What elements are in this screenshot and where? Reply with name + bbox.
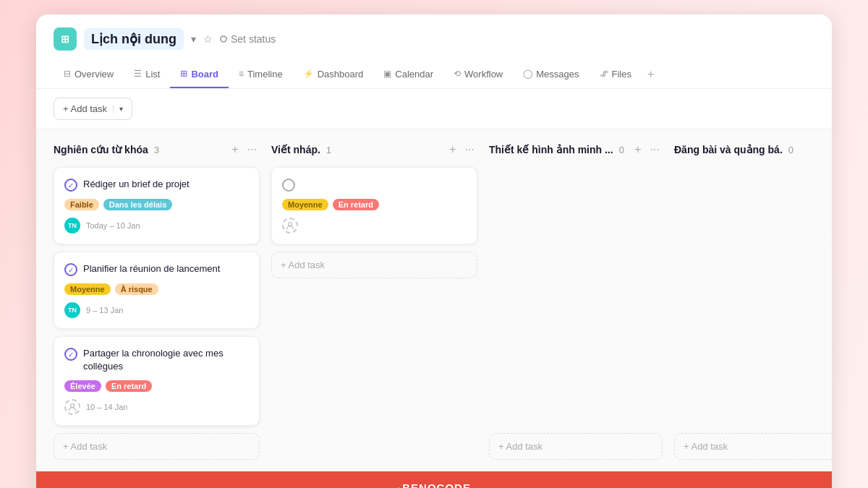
tab-workflow[interactable]: ⟲ Workflow <box>443 61 513 88</box>
tag-elevee[interactable]: Élevée <box>64 380 101 392</box>
task-header <box>282 178 467 192</box>
task-tags: Moyenne À risque <box>64 283 249 295</box>
footer-bar: ·BENOCODE <box>36 471 832 488</box>
task-title: Partager la chronologie avec mes collègu… <box>83 347 249 373</box>
tag-dans-delais[interactable]: Dans les délais <box>103 199 173 210</box>
tab-calendar[interactable]: ▣ Calendar <box>373 61 443 88</box>
column-actions: + ··· <box>229 142 260 157</box>
column-thiet-ke: Thiết kế hình ảnh minh ... 0 + ··· + Add… <box>489 141 663 460</box>
messages-icon: ◯ <box>523 69 532 79</box>
add-task-button[interactable]: + Add task ▾ <box>54 98 132 120</box>
task-header: Planifier la réunion de lancement <box>64 262 249 276</box>
task-title: Rédiger un brief de projet <box>83 178 190 191</box>
tag-en-retard[interactable]: En retard <box>333 199 379 210</box>
tab-messages[interactable]: ◯ Messages <box>513 61 589 88</box>
column-viet-nhap: Viết nháp. 1 + ··· Moyenne En retard <box>271 141 477 460</box>
column-dang-bai: Đăng bài và quảng bá. 0 + + Add task <box>674 141 832 460</box>
status-dot <box>220 35 227 43</box>
task-tags: Faible Dans les délais <box>64 199 249 210</box>
files-icon: 🖇 <box>600 69 608 79</box>
avatar: TN <box>64 218 80 234</box>
svg-point-0 <box>71 404 75 408</box>
avatar <box>64 399 80 415</box>
task-card[interactable]: Planifier la réunion de lancement Moyenn… <box>54 252 260 329</box>
column-title: Nghiên cứu từ khóa <box>54 144 148 155</box>
column-header-dang-bai: Đăng bài và quảng bá. 0 + <box>674 141 832 158</box>
star-icon[interactable]: ☆ <box>203 33 213 45</box>
workflow-icon: ⟲ <box>454 69 461 79</box>
task-checkbox[interactable] <box>64 179 77 192</box>
dropdown-icon[interactable]: ▾ <box>191 33 196 45</box>
task-title: Planifier la réunion de lancement <box>83 262 220 275</box>
tag-moyenne[interactable]: Moyenne <box>64 283 111 295</box>
column-nghien-cuu: Nghiên cứu từ khóa 3 + ··· Rédiger un br… <box>54 141 260 460</box>
dashboard-icon: ⚡ <box>303 69 314 79</box>
column-title: Viết nháp. <box>271 144 320 155</box>
project-icon: ⊞ <box>54 27 77 51</box>
board-container: Nghiên cứu từ khóa 3 + ··· Rédiger un br… <box>36 129 832 471</box>
tab-list[interactable]: ☰ List <box>124 61 170 88</box>
board-icon: ⊞ <box>180 69 187 79</box>
task-footer <box>282 218 467 234</box>
task-header: Rédiger un brief de projet <box>64 178 249 192</box>
timeline-icon: ≡ <box>239 69 244 79</box>
empty-column <box>674 167 832 433</box>
empty-column <box>489 167 663 433</box>
tab-dashboard[interactable]: ⚡ Dashboard <box>293 61 374 88</box>
overview-icon: ⊟ <box>64 69 71 79</box>
avatar <box>282 218 298 234</box>
column-add-btn[interactable]: + <box>229 142 241 157</box>
column-add-task-btn[interactable]: + Add task <box>674 433 832 460</box>
list-icon: ☰ <box>134 69 142 79</box>
column-menu-btn[interactable]: ··· <box>244 142 260 157</box>
tab-timeline[interactable]: ≡ Timeline <box>229 61 293 88</box>
tag-faible[interactable]: Faible <box>64 199 99 210</box>
tab-files[interactable]: 🖇 Files <box>590 61 642 88</box>
tab-board[interactable]: ⊞ Board <box>170 61 229 88</box>
task-date: 10 – 14 Jan <box>86 403 128 411</box>
column-menu-btn[interactable]: ··· <box>647 142 663 157</box>
column-count: 0 <box>619 145 624 155</box>
column-header-viet-nhap: Viết nháp. 1 + ··· <box>271 141 477 158</box>
column-add-task-btn[interactable]: + Add task <box>271 252 477 278</box>
nav-tabs: ⊟ Overview ☰ List ⊞ Board ≡ Timeline ⚡ D… <box>54 61 814 88</box>
app-container: ⊞ Lịch nội dung ▾ ☆ Set status ⊟ Overvie… <box>36 14 832 488</box>
column-add-task-btn[interactable]: + Add task <box>489 433 663 460</box>
tab-overview[interactable]: ⊟ Overview <box>54 61 124 88</box>
task-tags: Élevée En retard <box>64 380 249 392</box>
task-card[interactable]: Partager la chronologie avec mes collègu… <box>54 336 260 426</box>
add-tab-btn[interactable]: + <box>642 61 660 88</box>
task-card[interactable]: Rédiger un brief de projet Faible Dans l… <box>54 167 260 244</box>
set-status-btn[interactable]: Set status <box>220 33 276 45</box>
task-checkbox[interactable] <box>64 263 77 276</box>
task-footer: TN Today – 10 Jan <box>64 218 249 234</box>
add-task-dropdown[interactable]: ▾ <box>113 105 123 113</box>
tag-a-risque[interactable]: À risque <box>115 283 158 295</box>
task-date: 9 – 13 Jan <box>86 306 123 314</box>
task-checkbox[interactable] <box>64 348 77 361</box>
tag-moyenne[interactable]: Moyenne <box>282 199 328 210</box>
column-menu-btn[interactable]: ··· <box>462 142 477 157</box>
project-name: Lịch nội dung <box>84 28 184 50</box>
header-actions: ▾ ☆ Set status <box>191 33 276 45</box>
calendar-icon: ▣ <box>383 69 391 79</box>
header-top: ⊞ Lịch nội dung ▾ ☆ Set status <box>54 27 814 51</box>
column-title: Đăng bài và quảng bá. <box>674 144 783 155</box>
brand-dot: · <box>397 481 401 488</box>
column-add-task-btn[interactable]: + Add task <box>54 433 260 460</box>
column-count: 3 <box>154 145 159 155</box>
column-add-btn[interactable]: + <box>446 142 459 157</box>
column-add-btn[interactable]: + <box>631 142 644 157</box>
task-header: Partager la chronologie avec mes collègu… <box>64 347 249 373</box>
column-header-nghien-cuu: Nghiên cứu từ khóa 3 + ··· <box>54 141 260 158</box>
task-date: Today – 10 Jan <box>86 221 140 230</box>
avatar: TN <box>64 302 80 318</box>
column-count: 0 <box>788 145 793 155</box>
tag-en-retard[interactable]: En retard <box>106 380 152 392</box>
column-header-thiet-ke: Thiết kế hình ảnh minh ... 0 + ··· <box>489 141 663 158</box>
column-count: 1 <box>326 145 331 155</box>
task-card[interactable]: Moyenne En retard <box>271 167 477 244</box>
toolbar: + Add task ▾ <box>36 89 832 129</box>
task-checkbox[interactable] <box>282 179 295 192</box>
column-title: Thiết kế hình ảnh minh ... <box>489 144 613 155</box>
